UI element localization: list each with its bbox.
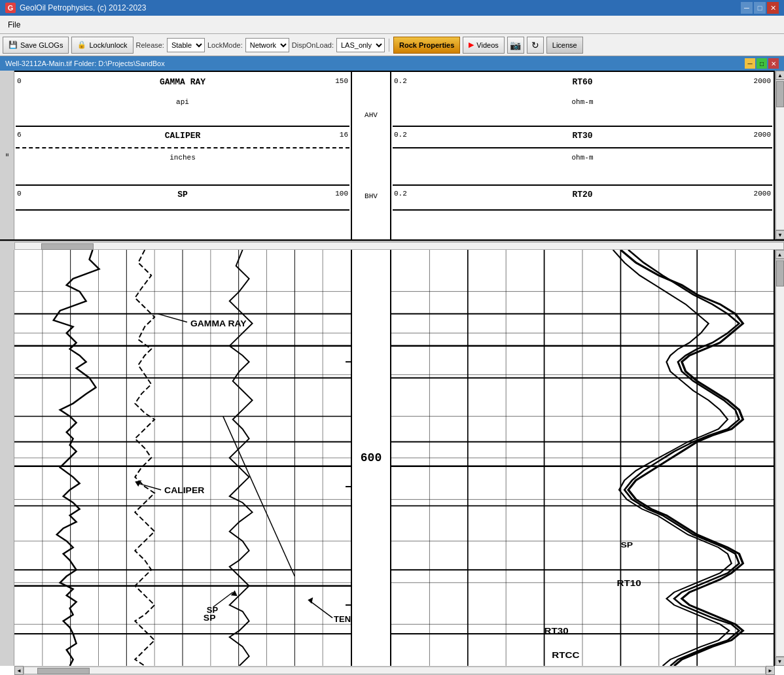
right-scroll-panel: ▲ ▼ (775, 250, 784, 666)
h-scroll-track[interactable] (24, 666, 766, 674)
scroll-up-arrow[interactable]: ▲ (775, 71, 784, 80)
rt30-unit: ohm-m (391, 154, 774, 162)
svg-text:CALIPER: CALIPER (164, 485, 204, 495)
depth-track: 600 (352, 250, 391, 666)
rt60-right-scale: 2000 (754, 77, 771, 85)
rt20-header: RT20 (391, 190, 774, 199)
cal-right-scale: 16 (340, 131, 348, 139)
header-scrollbar[interactable] (0, 241, 784, 250)
titlebar-left: G GeolOil Petrophysics, (c) 2012-2023 (5, 3, 146, 13)
rt30-right-scale: 2000 (754, 131, 771, 139)
svg-text:RT30: RT30 (544, 626, 569, 636)
log-scroll-thumb[interactable] (776, 260, 784, 286)
file-menu[interactable]: File (3, 19, 26, 31)
log-scroll-up[interactable]: ▲ (775, 250, 785, 259)
rt30-separator (393, 184, 772, 186)
left-panel (0, 250, 14, 666)
svg-text:SP: SP (620, 540, 633, 549)
log-area: GAMMA RAY CALIPER SP TENSION SP (0, 250, 784, 666)
camera-button[interactable]: 📷 (507, 37, 524, 54)
rt60-unit: ohm-m (391, 98, 774, 106)
right-log-track: RT30 RT10 RTCC SP (391, 250, 775, 666)
disponload-label: DispOnLoad: (292, 41, 334, 49)
left-track-header: 0 GAMMA RAY 150 api 6 CALIPER 16 inches … (14, 71, 352, 239)
lockmode-select[interactable]: Network Local Demo (245, 38, 289, 52)
sp-right-scale: 100 (335, 190, 348, 198)
right-scroll-bar: ▲ ▼ (775, 71, 784, 239)
refresh-icon: ↻ (531, 40, 539, 50)
rt60-header: RT60 (391, 77, 774, 87)
close-button[interactable]: ✕ (767, 2, 779, 14)
scroll-left-arrow[interactable]: ◄ (14, 666, 24, 675)
disponload-select[interactable]: LAS_only All None (336, 38, 385, 52)
bottom-scroll[interactable]: ◄ ► (14, 666, 775, 675)
header-scroll-track[interactable] (14, 242, 784, 250)
camera-icon: 📷 (510, 40, 521, 50)
refresh-button[interactable]: ↻ (527, 37, 544, 54)
subwindow-close[interactable]: ✕ (768, 58, 779, 69)
rock-properties-button[interactable]: Rock Properties (393, 37, 460, 54)
header-scroll-thumb[interactable] (41, 243, 94, 250)
sp-separator (16, 209, 349, 211)
scroll-right-arrow[interactable]: ► (766, 666, 775, 675)
scroll-track[interactable] (775, 80, 784, 230)
log-window: Well-32112A-Main.tif Folder: D:\Projects… (0, 56, 784, 675)
titlebar-controls: ─ □ ✕ (741, 2, 779, 14)
h-scroll-thumb[interactable] (37, 668, 90, 674)
track-headers: ≡ 0 GAMMA RAY 150 api 6 CALIPER 16 inche… (0, 71, 784, 241)
release-select[interactable]: Stable Beta Alpha (167, 38, 205, 52)
rt20-right-scale: 2000 (754, 190, 771, 198)
save-icon: 💾 (9, 41, 18, 49)
lockmode-label: LockMode: (207, 41, 243, 49)
log-scroll-track[interactable] (775, 259, 785, 657)
release-label: Release: (136, 41, 164, 49)
gr-right-scale: 150 (335, 77, 348, 85)
subwindow-maximize[interactable]: □ (757, 58, 767, 69)
right-log-svg: RT30 RT10 RTCC SP (391, 250, 774, 666)
app-title: GeolOil Petrophysics, (c) 2012-2023 (20, 3, 146, 12)
svg-marker-31 (135, 480, 141, 487)
youtube-icon: ▶ (469, 41, 474, 49)
left-log-svg: GAMMA RAY CALIPER SP TENSION SP (14, 250, 351, 666)
rt60-separator (393, 126, 772, 127)
ahv-label: AHV (365, 111, 378, 119)
videos-button[interactable]: ▶ Videos (463, 37, 504, 54)
left-log-track: GAMMA RAY CALIPER SP TENSION SP (14, 250, 352, 666)
scroll-down-arrow[interactable]: ▼ (775, 230, 784, 239)
svg-text:RTCC: RTCC (552, 650, 579, 660)
subwindow-minimize[interactable]: ─ (745, 58, 755, 69)
gr-unit: api (14, 98, 351, 106)
cal-dashed (16, 147, 349, 148)
left-panel-toggle[interactable]: ≡ (0, 71, 14, 239)
scroll-thumb[interactable] (776, 81, 784, 107)
cal-header: CALIPER (14, 131, 351, 141)
title-bar: G GeolOil Petrophysics, (c) 2012-2023 ─ … (0, 0, 784, 16)
svg-text:SP: SP (207, 605, 219, 615)
license-button[interactable]: License (546, 37, 583, 54)
lock-unlock-button[interactable]: 🔒 Lock/unlock (71, 37, 133, 54)
menu-bar: File (0, 16, 784, 34)
sp-header: SP (14, 190, 351, 199)
depth-value: 600 (361, 451, 382, 464)
svg-text:RT10: RT10 (617, 578, 641, 588)
svg-text:GAMMA RAY: GAMMA RAY (190, 319, 247, 329)
log-scroll-down[interactable]: ▼ (775, 657, 785, 666)
rt20-separator (393, 209, 772, 211)
subwindow-info: Well-32112A-Main.tif Folder: D:\Projects… (5, 60, 165, 67)
bhv-label: BHV (365, 192, 378, 200)
rt30-line (393, 147, 772, 148)
subwindow-controls: ─ □ ✕ (745, 58, 779, 69)
gr-header: GAMMA RAY (14, 77, 351, 87)
lock-icon: 🔒 (77, 41, 86, 49)
subwindow-bar: Well-32112A-Main.tif Folder: D:\Projects… (0, 56, 784, 71)
log-tracks: GAMMA RAY CALIPER SP TENSION SP (14, 250, 775, 666)
app-logo: G (5, 3, 16, 13)
restore-button[interactable]: □ (754, 2, 766, 14)
minimize-button[interactable]: ─ (741, 2, 753, 14)
svg-line-38 (223, 416, 295, 576)
rt30-header: RT30 (391, 131, 774, 141)
svg-text:TENSION: TENSION (334, 615, 351, 625)
depth-header-col: AHV BHV (352, 71, 391, 239)
right-track-header: 0.2 RT60 2000 ohm-m 0.2 RT30 2000 ohm-m … (391, 71, 775, 239)
save-glogs-button[interactable]: 💾 Save GLOGs (3, 37, 69, 54)
